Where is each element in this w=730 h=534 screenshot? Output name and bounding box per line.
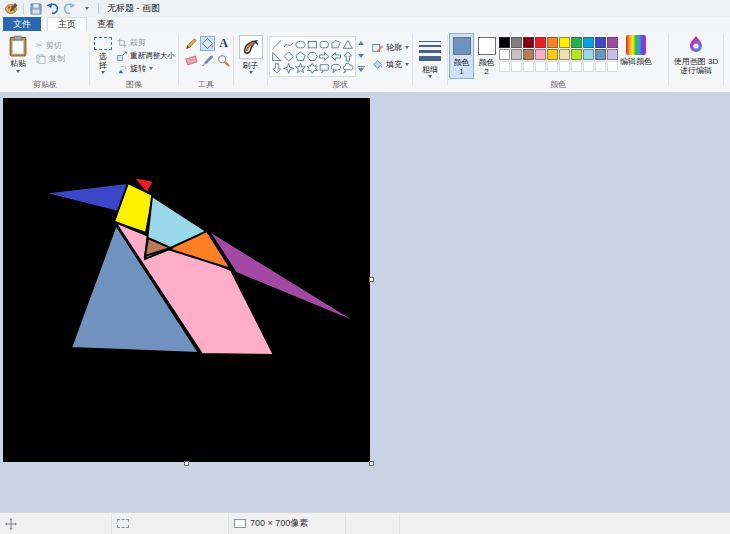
select-label: 选择 (96, 52, 110, 70)
fill-button[interactable]: 填充 (370, 58, 411, 71)
shape-right-triangle-icon[interactable] (273, 52, 281, 60)
shape-rounded-rectangle-icon[interactable] (320, 41, 328, 47)
cut-label: 剪切 (46, 40, 62, 51)
color2-button[interactable]: 颜色 2 (474, 33, 499, 79)
copy-button[interactable]: 复制 (34, 52, 67, 65)
shape-star6-icon[interactable] (307, 63, 317, 73)
text-tool[interactable]: A (216, 36, 231, 51)
redo-button[interactable] (62, 2, 77, 16)
palette-color[interactable] (511, 49, 522, 60)
size-label: 粗细 (422, 65, 438, 74)
shape-curve-icon[interactable] (284, 42, 293, 47)
palette-color[interactable] (595, 49, 606, 60)
shape-pentagon-icon[interactable] (296, 52, 305, 61)
canvas-resize-handle-right[interactable] (369, 277, 374, 282)
pencil-tool[interactable] (184, 36, 199, 51)
palette-color[interactable] (595, 37, 606, 48)
palette-color[interactable] (559, 37, 570, 48)
color-picker-tool[interactable] (200, 53, 215, 68)
magnifier-tool[interactable] (216, 53, 231, 68)
shape-polygon-icon[interactable] (332, 41, 340, 48)
status-file-size (346, 513, 400, 534)
crop-button[interactable]: 裁剪 (115, 36, 177, 49)
save-button[interactable] (28, 2, 43, 16)
tab-home[interactable]: 主页 (47, 17, 87, 31)
palette-color[interactable] (499, 37, 510, 48)
canvas-resize-handle-corner[interactable] (369, 461, 374, 466)
crop-label: 裁剪 (130, 37, 146, 48)
copy-icon (36, 54, 46, 64)
shape-rounded-callout-icon[interactable] (320, 65, 328, 73)
fill-icon (372, 59, 383, 70)
paint3d-button[interactable]: 使用画图 3D 进行编辑 (670, 33, 722, 75)
fill-tool[interactable] (200, 36, 215, 51)
outline-button[interactable]: 轮廓 (370, 41, 411, 54)
palette-empty-slot[interactable] (559, 61, 570, 72)
shape-oval-callout-icon[interactable] (331, 64, 340, 73)
qat-customize-button[interactable] (79, 2, 94, 16)
palette-empty-slot[interactable] (511, 61, 522, 72)
rotate-button[interactable]: 旋转 (115, 62, 177, 75)
eraser-tool[interactable] (184, 53, 199, 68)
size-button[interactable]: 粗细 (414, 33, 446, 78)
product-alerts-button[interactable]: i 产品提醒 (725, 33, 730, 72)
group-size: 粗细 (414, 33, 446, 91)
chevron-down-icon (85, 7, 89, 10)
palette-color[interactable] (607, 49, 618, 60)
palette-color[interactable] (499, 49, 510, 60)
palette-color[interactable] (607, 37, 618, 48)
shape-hexagon-icon[interactable] (307, 52, 317, 60)
palette-color[interactable] (523, 37, 534, 48)
shape-diamond-icon[interactable] (284, 52, 293, 61)
undo-button[interactable] (45, 2, 60, 16)
shape-arrow-up-icon[interactable] (344, 52, 352, 61)
shape-ellipse-icon[interactable] (296, 41, 305, 48)
palette-empty-slot[interactable] (535, 61, 546, 72)
palette-empty-slot[interactable] (583, 61, 594, 72)
shapes-scroll-up-button[interactable] (357, 36, 366, 49)
shapes-more-button[interactable] (357, 62, 366, 75)
shape-star5-icon[interactable] (296, 64, 306, 73)
palette-color[interactable] (583, 37, 594, 48)
palette-empty-slot[interactable] (499, 61, 510, 72)
brushes-button[interactable]: 刷子 (235, 33, 266, 74)
select-button[interactable]: 选择 (91, 33, 115, 75)
shape-arrow-left-icon[interactable] (331, 53, 340, 61)
tab-file[interactable]: 文件 (3, 17, 41, 31)
palette-color[interactable] (547, 37, 558, 48)
canvas-resize-handle-bottom[interactable] (184, 461, 189, 466)
image-size-text: 700 × 700像素 (250, 517, 308, 530)
palette-color[interactable] (547, 49, 558, 60)
palette-color[interactable] (583, 49, 594, 60)
palette-empty-slot[interactable] (523, 61, 534, 72)
shape-arrow-down-icon[interactable] (273, 64, 281, 73)
palette-color[interactable] (535, 49, 546, 60)
palette-color[interactable] (535, 37, 546, 48)
palette-empty-slot[interactable] (571, 61, 582, 72)
qat-separator (23, 3, 24, 14)
shape-star4-icon[interactable] (284, 63, 294, 73)
resize-button[interactable]: 重新调整大小 (115, 49, 177, 62)
palette-color[interactable] (571, 37, 582, 48)
palette-color[interactable] (523, 49, 534, 60)
palette-empty-slot[interactable] (595, 61, 606, 72)
tab-view[interactable]: 查看 (87, 17, 125, 31)
drawing-canvas[interactable] (3, 98, 370, 462)
shape-rectangle-icon[interactable] (308, 41, 316, 47)
palette-empty-slot[interactable] (607, 61, 618, 72)
shape-cloud-callout-icon[interactable] (343, 63, 353, 73)
shape-triangle-icon[interactable] (343, 41, 352, 49)
palette-color[interactable] (571, 49, 582, 60)
palette-color[interactable] (559, 49, 570, 60)
shapes-scroll-down-button[interactable] (357, 49, 366, 62)
window-title: 无标题 - 画图 (107, 2, 160, 15)
canvas-art (3, 98, 370, 462)
triangle-down-icon (358, 54, 364, 58)
paste-button[interactable]: 粘贴 (2, 33, 34, 73)
shape-line-icon[interactable] (273, 41, 281, 49)
color1-button[interactable]: 颜色 1 (449, 33, 474, 79)
palette-color[interactable] (511, 37, 522, 48)
cut-button[interactable]: ✂ 剪切 (34, 39, 67, 52)
shape-arrow-right-icon[interactable] (320, 53, 329, 61)
palette-empty-slot[interactable] (547, 61, 558, 72)
